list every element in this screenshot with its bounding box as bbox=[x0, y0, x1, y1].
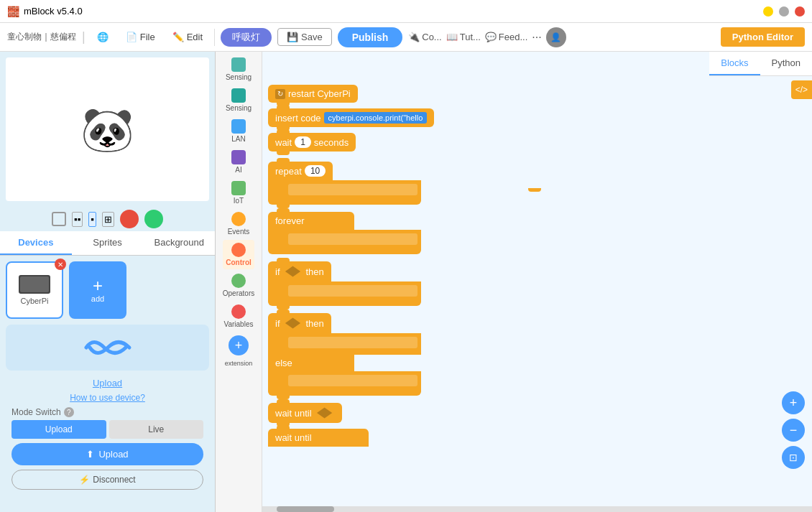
repeat-bottom bbox=[268, 199, 421, 205]
sensing2-dot bbox=[231, 88, 246, 103]
category-lan[interactable]: LAN bbox=[230, 116, 247, 146]
sensing1-dot bbox=[231, 57, 246, 72]
info-icon: ? bbox=[64, 407, 74, 417]
forever-inner bbox=[288, 233, 417, 245]
zoom-fit-button[interactable]: ⊡ bbox=[782, 446, 805, 469]
category-iot[interactable]: IoT bbox=[230, 178, 247, 208]
lan-dot bbox=[231, 119, 246, 134]
if2-else-inner bbox=[288, 375, 417, 386]
tab-sprites[interactable]: Sprites bbox=[72, 231, 144, 255]
block-wait[interactable]: wait 1 seconds bbox=[268, 133, 356, 152]
file-button[interactable]: 📄 File bbox=[120, 29, 161, 45]
variables-label: Variables bbox=[224, 320, 254, 328]
device-link-icon bbox=[6, 325, 209, 371]
edit-button[interactable]: ✏️ Edit bbox=[167, 29, 208, 45]
block-restart[interactable]: ↻ restart CyberPi bbox=[268, 85, 358, 103]
python-editor-button[interactable]: Python Editor bbox=[721, 27, 805, 47]
category-sensing1[interactable]: Sensing bbox=[224, 55, 253, 84]
tab-blocks[interactable]: Blocks bbox=[709, 52, 760, 75]
repeat-inner-notch bbox=[528, 188, 541, 192]
block-wait-notch-bottom bbox=[277, 152, 290, 155]
repeat-label: repeat bbox=[275, 166, 302, 177]
ai-dot bbox=[231, 150, 246, 164]
maximize-button[interactable] bbox=[779, 6, 789, 17]
disconnect-button[interactable]: ⚡ Disconnect bbox=[11, 470, 203, 490]
category-control[interactable]: Control bbox=[223, 240, 254, 269]
block-if1[interactable]: if then bbox=[268, 261, 421, 306]
if1-bottom bbox=[268, 300, 421, 306]
stage-panda-sprite: 🐼 bbox=[80, 104, 134, 155]
big-upload-button[interactable]: ⬆ Upload bbox=[11, 443, 203, 465]
h-scrollbar[interactable] bbox=[262, 506, 812, 512]
layout1-button[interactable]: ▪▪ bbox=[72, 212, 83, 227]
zoom-out-button[interactable]: − bbox=[782, 419, 805, 442]
if1-if-label: if bbox=[275, 266, 280, 277]
tutorial-button[interactable]: 📖 Tut... bbox=[446, 32, 481, 42]
block-wait-until2[interactable]: wait until bbox=[268, 429, 369, 447]
upload-mode-button[interactable]: Upload bbox=[11, 420, 106, 439]
category-ai[interactable]: AI bbox=[230, 147, 247, 177]
minimize-button[interactable] bbox=[763, 6, 773, 17]
extension-label: extension bbox=[225, 360, 253, 367]
expand-stage-button[interactable] bbox=[52, 212, 66, 226]
more-button[interactable]: ··· bbox=[532, 31, 541, 44]
category-variables[interactable]: Variables bbox=[223, 302, 255, 331]
repeat-body bbox=[268, 180, 421, 199]
repeat-value[interactable]: 10 bbox=[305, 165, 326, 177]
else-section: else bbox=[268, 355, 354, 371]
blocks-palette: Sensing Sensing LAN AI IoT Events bbox=[216, 52, 262, 512]
zoom-in-button[interactable]: + bbox=[782, 391, 805, 414]
iot-label: IoT bbox=[234, 197, 244, 205]
globe-button[interactable]: 🌐 bbox=[91, 29, 114, 45]
go-button[interactable] bbox=[144, 210, 163, 228]
layout3-button[interactable]: ⊞ bbox=[102, 212, 114, 227]
close-button[interactable] bbox=[795, 6, 805, 17]
category-events[interactable]: Events bbox=[226, 209, 252, 238]
block-insert-code[interactable]: insert code cyberpi.console.print("hello bbox=[268, 108, 434, 127]
block-wait-notch-top bbox=[277, 129, 290, 133]
upload-link[interactable]: Upload bbox=[6, 375, 209, 391]
add-device-button[interactable]: + CyberPi add bbox=[69, 261, 126, 319]
events-label: Events bbox=[228, 228, 250, 236]
tab-background[interactable]: Background bbox=[143, 231, 215, 255]
stage-controls: ▪▪ ▪ ⊞ bbox=[0, 207, 215, 231]
if2-if-label: if bbox=[275, 318, 280, 329]
insert-code-input[interactable]: cyberpi.console.print("hello bbox=[324, 112, 428, 124]
block-row-forever: forever bbox=[268, 212, 806, 254]
xml-toggle-button[interactable]: </> bbox=[791, 80, 812, 99]
mode-label: Mode Switch ? bbox=[11, 407, 203, 417]
block-forever[interactable]: forever bbox=[268, 212, 421, 254]
category-operators[interactable]: Operators bbox=[221, 271, 256, 300]
publish-button[interactable]: Publish bbox=[338, 27, 403, 47]
tab-devices[interactable]: Devices bbox=[0, 231, 72, 255]
control-dot bbox=[231, 243, 246, 257]
project-name-btn[interactable]: 呼吸灯 bbox=[221, 28, 272, 47]
connect-button[interactable]: 🔌 Co... bbox=[408, 32, 441, 42]
device-remove-btn[interactable]: ✕ bbox=[55, 259, 66, 270]
block-if2[interactable]: if then else bbox=[268, 313, 421, 396]
zoom-controls: + − ⊡ bbox=[782, 391, 805, 469]
forever-body bbox=[268, 230, 421, 248]
code-area[interactable]: Blocks Python </> ↻ restart CyberPi bbox=[262, 52, 812, 512]
mode-buttons: Upload Live bbox=[11, 420, 203, 439]
repeat-notch-top bbox=[277, 158, 290, 162]
save-button[interactable]: 💾 Save bbox=[277, 28, 332, 46]
stop-button[interactable] bbox=[120, 210, 139, 228]
wait-until2-notch-top bbox=[277, 425, 290, 429]
feedback-button[interactable]: 💬 Feed... bbox=[485, 32, 527, 42]
device-grid: ✕ CyberPi + CyberPi add bbox=[6, 261, 209, 319]
events-dot bbox=[231, 212, 246, 226]
tab-python[interactable]: Python bbox=[760, 52, 812, 75]
howto-link[interactable]: How to use device? bbox=[6, 391, 209, 404]
category-sensing2[interactable]: Sensing bbox=[224, 85, 253, 115]
cyberpi-icon bbox=[19, 275, 50, 294]
block-wait-until[interactable]: wait until bbox=[268, 403, 342, 423]
wait-value[interactable]: 1 bbox=[295, 136, 311, 148]
user-avatar[interactable]: 👤 bbox=[546, 27, 566, 47]
block-repeat[interactable]: repeat 10 bbox=[268, 162, 421, 205]
live-mode-button[interactable]: Live bbox=[109, 420, 204, 439]
add-extension-button[interactable]: + bbox=[229, 335, 249, 355]
layout2-button[interactable]: ▪ bbox=[88, 212, 96, 227]
panel-tabs: Devices Sprites Background bbox=[0, 231, 215, 256]
device-cyberpi[interactable]: ✕ CyberPi bbox=[6, 261, 63, 319]
